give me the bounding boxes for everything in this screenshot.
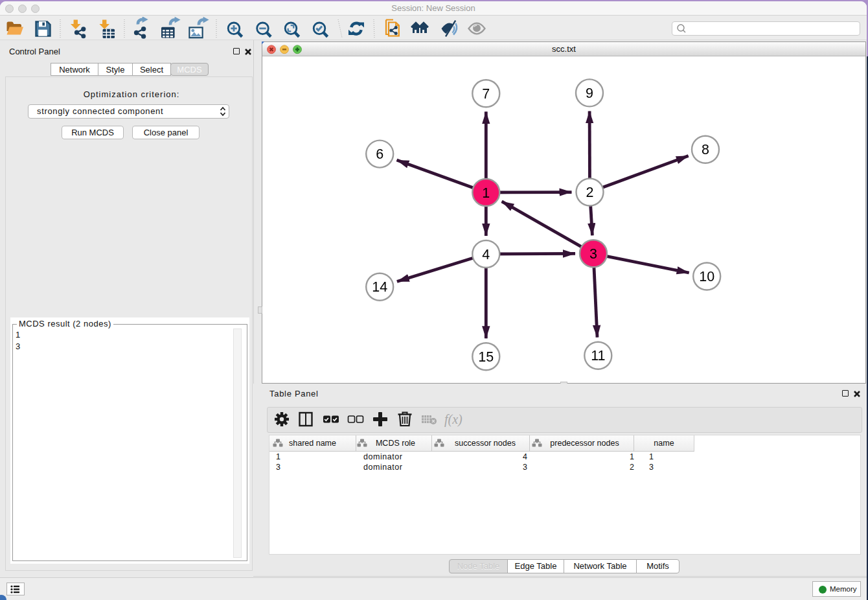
svg-text:4: 4 xyxy=(482,247,490,262)
svg-text:1: 1 xyxy=(482,185,490,201)
svg-text:15: 15 xyxy=(478,349,494,365)
svg-text:6: 6 xyxy=(376,146,383,162)
svg-text:8: 8 xyxy=(702,142,709,157)
svg-text:3: 3 xyxy=(589,246,597,262)
svg-text:11: 11 xyxy=(591,348,605,363)
svg-text:7: 7 xyxy=(482,86,490,102)
svg-text:9: 9 xyxy=(586,86,593,101)
svg-text:14: 14 xyxy=(372,279,387,295)
svg-text:f(x): f(x) xyxy=(444,412,463,427)
svg-text:2: 2 xyxy=(586,185,594,200)
svg-text:10: 10 xyxy=(699,269,714,284)
